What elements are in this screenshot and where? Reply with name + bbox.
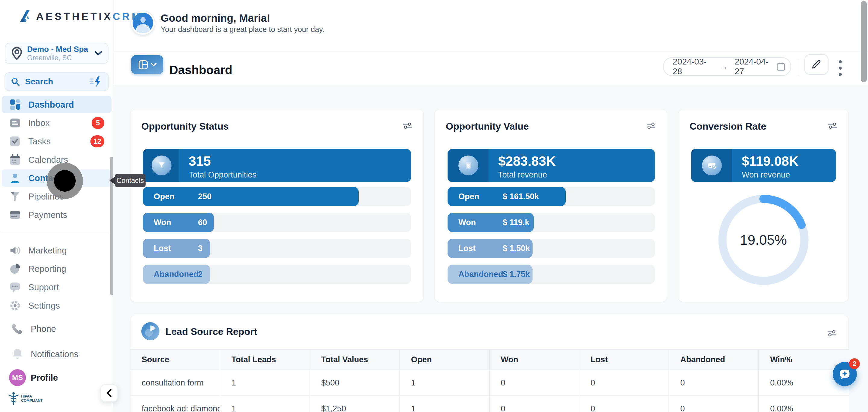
table-cell: $500 [310, 370, 400, 395]
opportunity-status-card: Opportunity Status 315 Total Opportuniti… [130, 109, 424, 302]
pie-chart-icon [141, 322, 160, 341]
sliders-icon[interactable] [646, 122, 656, 130]
date-range-input[interactable]: 2024-03-28 → 2024-04-27 [663, 57, 791, 76]
chat-unread-badge: 2 [849, 358, 860, 369]
sidebar-item-tasks[interactable]: Tasks12 [2, 133, 112, 150]
sidebar-item-phone[interactable]: Phone [2, 320, 112, 338]
brand-name: AESTHETIXCRM [36, 10, 142, 22]
caduceus-icon [8, 392, 19, 406]
status-bar-won: Won$ 119.k [447, 213, 655, 232]
credit-card-icon [9, 209, 21, 221]
sliders-icon[interactable] [403, 122, 412, 130]
conversion-donut-chart: 19.05% [717, 193, 810, 287]
app-window: AESTHETIXCRM Demo - Med Spa Greenville, … [0, 0, 868, 412]
table-header-cell: Total Leads [220, 350, 310, 370]
sidebar-item-inbox[interactable]: Inbox5 [2, 114, 112, 132]
sidebar-item-reporting[interactable]: Reporting [2, 260, 112, 278]
table-row[interactable]: consultation form1$50010000.00% [130, 370, 849, 396]
bar-label: Open [154, 192, 175, 201]
card-title: Opportunity Status [141, 121, 229, 132]
card-title: Conversion Rate [689, 121, 766, 132]
lead-source-table: SourceTotal LeadsTotal ValuesOpenWonLost… [130, 349, 849, 412]
location-city: Greenville, SC [27, 54, 94, 62]
sidebar-item-profile[interactable]: MSProfile [2, 369, 112, 386]
calendar-icon [9, 154, 21, 166]
sidebar-item-label: Support [28, 282, 59, 292]
bar-label: Lost [458, 244, 475, 253]
sidebar-item-payments[interactable]: Payments [2, 206, 112, 224]
bar-label: Won [154, 218, 171, 227]
dashboard-layout-button[interactable] [131, 55, 163, 74]
value-bars: Open$ 161.50kWon$ 119.kLost$ 1.50kAbando… [447, 187, 655, 290]
table-cell: 1 [220, 370, 310, 395]
chat-bubble-icon [9, 281, 21, 293]
date-end: 2024-04-27 [735, 57, 775, 76]
conversion-rate-card: Conversion Rate $119.08K Won re [678, 109, 848, 302]
page-scrollbar[interactable] [861, 1, 867, 82]
location-selector[interactable]: Demo - Med Spa Greenville, SC [5, 43, 108, 64]
sidebar-item-label: Payments [28, 210, 67, 220]
hipaa-badge: HIPAACOMPLIANT [8, 392, 42, 406]
status-bar-open: Open250 [143, 187, 411, 206]
svg-text:$: $ [467, 163, 470, 169]
total-revenue-value: $283.83K [498, 154, 556, 168]
check-square-icon [9, 135, 21, 147]
table-cell: 0.00% [759, 396, 849, 412]
search-placeholder: Search [25, 77, 90, 87]
status-bar-abandoned: Abandoned2 [143, 265, 411, 284]
sidebar-item-support[interactable]: Support [2, 279, 112, 296]
tooltip-arrow [110, 177, 115, 185]
bar-value: $ 1.75k [503, 270, 530, 279]
lead-source-card: Lead Source Report SourceTotal LeadsTota… [130, 315, 848, 412]
table-cell: facebook ad: diamond [130, 396, 220, 412]
map-pin-icon [11, 47, 23, 60]
calendar-icon [776, 62, 786, 72]
search-icon [10, 77, 20, 87]
bar-value: $ 1.50k [503, 244, 530, 253]
sidebar-divider [2, 232, 112, 232]
chevron-down-icon [94, 51, 102, 56]
status-bar-abandoned: Abandoned$ 1.75k [447, 265, 655, 284]
total-revenue-label: Total revenue [498, 170, 556, 180]
sidebar-item-label: Settings [28, 301, 60, 311]
table-cell: 0 [490, 370, 580, 395]
brand-logo: AESTHETIXCRM [18, 8, 142, 24]
edit-dashboard-button[interactable] [804, 54, 829, 75]
table-header-cell: Abandoned [669, 350, 759, 370]
sidebar-item-notifications[interactable]: Notifications [2, 345, 112, 363]
brand-logo-icon [18, 8, 33, 24]
layout-icon [138, 60, 148, 70]
total-opportunities-value: 315 [189, 154, 256, 168]
greeting-subtitle: Your dashboard is a great place to start… [161, 25, 324, 34]
sliders-icon[interactable] [827, 329, 837, 338]
sidebar-item-dashboard[interactable]: Dashboard [2, 96, 112, 113]
date-start: 2024-03-28 [673, 57, 713, 76]
card-check-icon [702, 156, 722, 176]
table-cell: 0 [669, 396, 759, 412]
total-opportunities-label: Total Opportunities [189, 170, 256, 180]
table-cell: consultation form [130, 370, 220, 395]
sidebar-collapse-button[interactable] [100, 384, 118, 402]
chevron-left-icon [105, 388, 113, 398]
sidebar-item-marketing[interactable]: Marketing [2, 242, 112, 259]
search-input[interactable]: Search [4, 72, 109, 91]
sidebar-item-label: Phone [31, 324, 56, 334]
table-cell: 0 [579, 396, 669, 412]
conversion-summary: $119.08K Won revenue [691, 149, 836, 182]
sidebar: AESTHETIXCRM Demo - Med Spa Greenville, … [0, 0, 113, 412]
lead-source-title: Lead Source Report [165, 326, 257, 337]
bar-value: 3 [198, 244, 203, 253]
kebab-menu-icon[interactable] [837, 59, 844, 77]
profile-avatar: MS [9, 369, 26, 386]
bell-icon [9, 348, 26, 361]
table-cell: $1,250 [310, 396, 400, 412]
table-row[interactable]: facebook ad: diamond1$1,25010000.00% [130, 396, 849, 412]
sliders-icon[interactable] [828, 122, 837, 130]
funnel-icon [9, 190, 21, 202]
table-header-cell: Won [490, 350, 580, 370]
sidebar-item-label: Dashboard [28, 100, 74, 110]
table-header-cell: Lost [579, 350, 669, 370]
bar-value: 60 [198, 218, 207, 227]
sidebar-item-settings[interactable]: Settings [2, 297, 112, 311]
bar-label: Abandoned [154, 270, 198, 279]
